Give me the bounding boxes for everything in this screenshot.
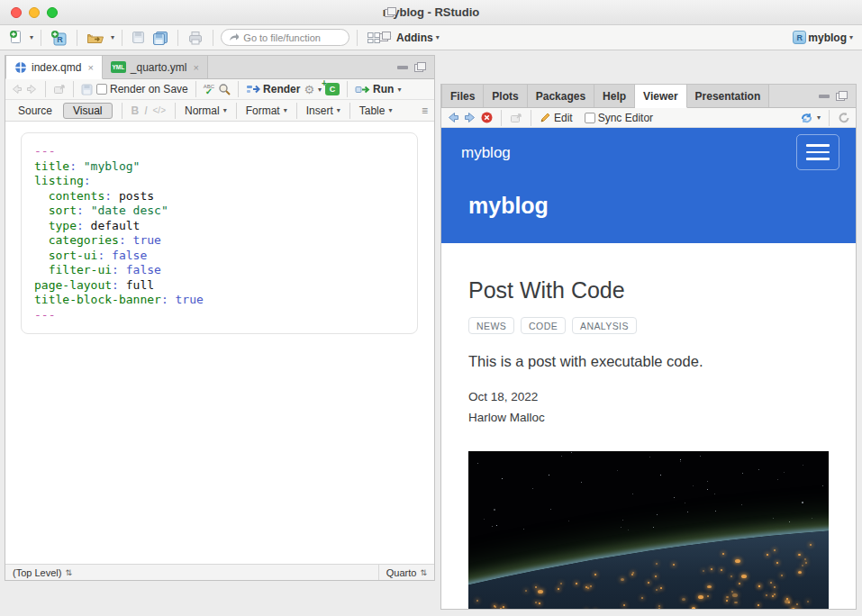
tab-packages[interactable]: Packages	[528, 85, 594, 107]
refresh-icon	[838, 112, 850, 123]
editor-statusbar: (Top Level) ⇅ Quarto ⇅	[5, 564, 434, 580]
scope-selector[interactable]: (Top Level) ⇅	[5, 567, 378, 578]
minimize-pane-icon[interactable]	[397, 66, 408, 69]
minimize-pane-icon[interactable]	[819, 95, 830, 98]
back-arrow-icon	[447, 112, 459, 123]
addins-button[interactable]: Addins ▾	[395, 30, 441, 46]
viewer-webpage[interactable]: myblog myblog Post With Code NEWS CODE A…	[441, 128, 856, 609]
navbar-toggle-button[interactable]	[796, 134, 839, 170]
yaml-metadata-block[interactable]: ---title: "myblog"listing: contents: pos…	[21, 132, 418, 334]
paragraph-style-dropdown[interactable]: Normal ▾	[185, 104, 227, 117]
table-menu[interactable]: Table ▾	[359, 104, 393, 117]
new-file-button[interactable]	[7, 28, 25, 47]
code-line: sort: "date desc"	[34, 204, 404, 219]
publish-caret-icon: ▾	[817, 113, 821, 122]
code-format-button[interactable]: </>	[153, 105, 166, 115]
svg-text:R: R	[57, 35, 63, 44]
restore-pane-icon[interactable]	[379, 32, 391, 41]
tab-close-icon[interactable]: ×	[194, 62, 199, 73]
project-menu-button[interactable]: R myblog ▾	[791, 29, 855, 46]
city-light	[798, 554, 801, 556]
tab-files[interactable]: Files	[441, 85, 484, 107]
print-button[interactable]	[186, 29, 205, 47]
toolbar-separator	[122, 103, 122, 119]
render-on-save-checkbox[interactable]: Render on Save	[96, 83, 188, 95]
star	[812, 518, 812, 519]
editor-mode-toolbar: Source Visual B I </> Normal ▾ Format ▾ …	[5, 100, 434, 122]
city-light	[560, 583, 562, 584]
post-banner-title: myblog	[468, 193, 549, 219]
category-badge[interactable]: CODE	[521, 317, 566, 334]
viewer-popout-button[interactable]	[510, 113, 522, 123]
viewer-refresh-button[interactable]	[838, 112, 850, 123]
tab-quarto-yml[interactable]: YML _quarto.yml ×	[103, 56, 208, 78]
insert-chunk-button[interactable]: C	[325, 83, 340, 95]
new-project-button[interactable]: R	[49, 28, 69, 48]
code-line: title-block-banner: true	[34, 293, 404, 308]
checkbox-icon[interactable]	[585, 113, 595, 123]
sync-editor-checkbox[interactable]: Sync Editor	[585, 112, 653, 124]
render-icon	[246, 84, 260, 95]
nav-back-button[interactable]	[11, 84, 23, 95]
viewer-stop-button[interactable]	[481, 112, 493, 123]
new-file-dropdown[interactable]: ▾	[30, 33, 33, 41]
goto-file-search[interactable]	[221, 29, 349, 46]
tab-viewer[interactable]: Viewer	[635, 85, 686, 108]
save-button[interactable]	[130, 29, 147, 46]
viewer-edit-button[interactable]: Edit	[540, 112, 573, 124]
filetype-selector[interactable]: Quarto ⇅	[378, 565, 434, 580]
post-date: Oct 18, 2022	[468, 390, 829, 403]
spellcheck-button[interactable]: ABC ✓	[204, 84, 214, 95]
toolbar-separator	[357, 30, 358, 46]
navbar-brand-link[interactable]: myblog	[461, 144, 511, 162]
goto-file-input[interactable]	[243, 32, 341, 43]
city-light	[707, 595, 709, 597]
source-mode-button[interactable]: Source	[13, 104, 58, 118]
visual-mode-button[interactable]: Visual	[63, 103, 112, 119]
open-file-button[interactable]	[85, 29, 106, 47]
popout-source-button[interactable]	[53, 84, 66, 95]
city-light	[766, 594, 767, 596]
star	[789, 521, 790, 522]
tab-close-icon[interactable]: ×	[87, 62, 93, 73]
restore-pane-icon[interactable]	[385, 7, 396, 17]
visual-editor-canvas[interactable]: ---title: "myblog"listing: contents: pos…	[5, 122, 434, 564]
city-light	[734, 602, 738, 603]
bold-button[interactable]: B	[132, 104, 140, 117]
star	[621, 527, 622, 528]
save-all-button[interactable]	[150, 29, 170, 47]
city-light	[535, 586, 537, 588]
find-replace-button[interactable]	[218, 83, 231, 95]
city-light	[711, 568, 712, 570]
outline-toggle-icon[interactable]: ≡	[422, 104, 427, 117]
star	[784, 472, 785, 473]
filetype-label: Quarto	[386, 567, 417, 578]
city-light	[503, 606, 504, 608]
viewer-back-button[interactable]	[447, 112, 459, 123]
star	[700, 456, 701, 457]
viewer-forward-button[interactable]	[464, 112, 476, 123]
open-recent-dropdown[interactable]: ▾	[111, 33, 114, 41]
nav-forward-button[interactable]	[26, 84, 38, 95]
maximize-pane-icon[interactable]	[414, 62, 426, 72]
format-menu[interactable]: Format ▾	[246, 104, 287, 117]
tab-help[interactable]: Help	[594, 85, 635, 107]
render-button[interactable]: Render	[246, 83, 300, 95]
star	[581, 482, 582, 483]
save-source-button[interactable]	[81, 84, 93, 95]
category-badge[interactable]: NEWS	[468, 317, 514, 334]
tab-presentation[interactable]: Presentation	[687, 85, 770, 107]
tab-plots[interactable]: Plots	[484, 85, 527, 107]
star	[707, 489, 708, 490]
italic-button[interactable]: I	[144, 104, 147, 117]
checkbox-icon[interactable]	[96, 84, 107, 95]
run-button[interactable]: Run ▾	[355, 83, 401, 95]
publish-button[interactable]: ▾	[800, 112, 821, 123]
city-light	[802, 565, 803, 566]
category-badge[interactable]: ANALYSIS	[572, 317, 637, 334]
insert-menu[interactable]: Insert ▾	[306, 104, 340, 117]
magnifier-icon	[218, 83, 231, 95]
tab-index-qmd[interactable]: index.qmd ×	[5, 56, 103, 79]
maximize-pane-icon[interactable]	[836, 91, 848, 101]
render-options-button[interactable]: ⚙ ▾	[304, 83, 322, 96]
